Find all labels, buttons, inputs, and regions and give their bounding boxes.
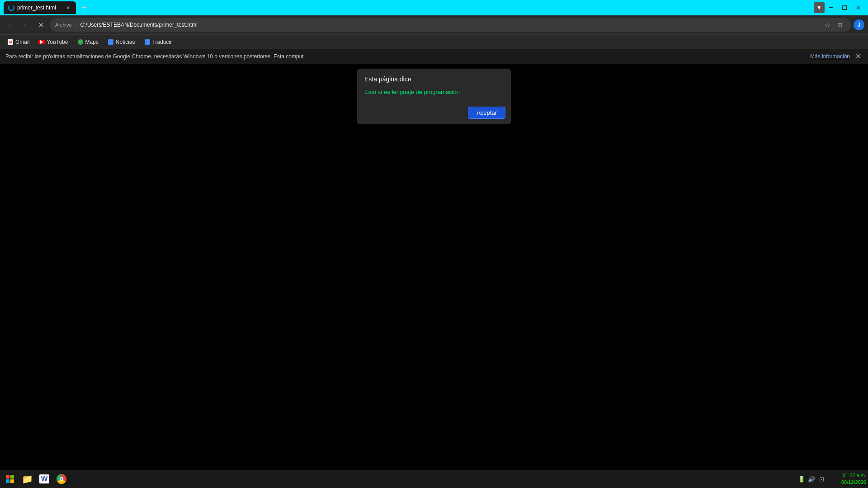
windows-logo-icon	[6, 475, 14, 483]
clock-time: 01:27 a.m.	[830, 472, 866, 479]
info-bar-link[interactable]: Más información	[810, 53, 850, 60]
reload-button[interactable]: ✕	[34, 19, 47, 31]
folder-icon: 📁	[22, 474, 33, 484]
taskbar: 📁 W 🔋 🔊 ⊡ 01:27 a.m. 06/12/2020	[0, 470, 868, 488]
taskbar-sys-area: 🔋 🔊 ⊡	[794, 475, 829, 483]
gmail-icon: M	[7, 39, 14, 45]
info-bar: Para recibir las próximas actualizacione…	[0, 49, 868, 64]
address-separator: |	[75, 22, 77, 28]
bookmarks-bar: M Gmail YouTube Maps Noticias T Traducir	[0, 34, 868, 49]
youtube-icon	[38, 39, 45, 45]
new-tab-button[interactable]: +	[78, 1, 90, 14]
start-button[interactable]	[2, 471, 18, 487]
address-bar[interactable]: Archivo | C:/Users/ESTEBAN/Documents/pri…	[50, 18, 851, 32]
bookmark-noticias-label: Noticias	[116, 39, 135, 45]
dialog-body: Esto sí es lenguaje de programación	[357, 86, 511, 103]
back-button[interactable]: ‹	[4, 19, 16, 31]
taskbar-file-explorer[interactable]: 📁	[19, 471, 35, 487]
dialog-accept-button[interactable]: Aceptar	[468, 107, 505, 119]
tab-close-button[interactable]: ✕	[64, 4, 71, 11]
minimize-button[interactable]	[825, 3, 837, 13]
chrome-icon	[57, 474, 66, 484]
network-icon: ⊡	[817, 475, 826, 483]
word-icon: W	[39, 474, 49, 483]
taskbar-word[interactable]: W	[36, 471, 52, 487]
bookmark-youtube[interactable]: YouTube	[35, 38, 71, 46]
traducir-icon: T	[144, 39, 151, 45]
address-label: Archivo	[55, 22, 72, 28]
bookmark-star-button[interactable]: ☆	[822, 19, 833, 30]
active-tab[interactable]: primer_test.html ✕	[4, 1, 76, 14]
info-bar-close-button[interactable]: ✕	[854, 52, 863, 61]
main-content: Esta página dice Esto sí es lenguaje de …	[0, 64, 868, 470]
maximize-button[interactable]	[838, 3, 851, 13]
dialog-header: Esta página dice	[357, 69, 511, 86]
forward-button[interactable]: ›	[19, 19, 32, 31]
address-bar-icons: ☆ ⊞	[822, 19, 845, 30]
maximize-icon	[842, 5, 847, 10]
dialog-message: Esto sí es lenguaje de programación	[364, 89, 460, 95]
dialog-overlay: Esta página dice Esto sí es lenguaje de …	[0, 64, 868, 470]
bookmark-noticias[interactable]: Noticias	[104, 38, 139, 46]
title-bar: primer_test.html ✕ + ▼ ✕	[0, 0, 868, 15]
dialog-footer: Aceptar	[357, 103, 511, 124]
maps-icon	[77, 39, 84, 45]
taskbar-chrome[interactable]	[53, 471, 70, 487]
address-url: C:/Users/ESTEBAN/Documents/primer_test.h…	[80, 22, 818, 28]
minimize-icon	[829, 7, 833, 8]
extensions-button[interactable]: ⊞	[835, 19, 845, 30]
taskbar-clock: 01:27 a.m. 06/12/2020	[830, 472, 866, 486]
bookmark-gmail[interactable]: M Gmail	[4, 38, 33, 46]
bookmark-traducir-label: Traducir	[152, 39, 172, 45]
tab-title: primer_test.html	[17, 5, 61, 11]
clock-date: 06/12/2020	[830, 479, 866, 486]
noticias-icon	[108, 39, 114, 45]
close-window-button[interactable]: ✕	[852, 3, 864, 13]
window-controls: ✕	[825, 3, 864, 13]
battery-icon: 🔋	[797, 475, 806, 483]
bookmark-youtube-label: YouTube	[47, 39, 68, 45]
scroll-down-button[interactable]: ▼	[814, 2, 825, 13]
alert-dialog: Esta página dice Esto sí es lenguaje de …	[357, 69, 511, 124]
bookmark-gmail-label: Gmail	[15, 39, 29, 45]
bookmark-maps[interactable]: Maps	[74, 38, 102, 46]
loading-spinner	[8, 5, 14, 11]
info-bar-message: Para recibir las próximas actualizacione…	[5, 53, 807, 60]
volume-icon: 🔊	[807, 475, 816, 483]
bookmark-traducir[interactable]: T Traducir	[141, 38, 176, 46]
tab-strip: primer_test.html ✕ +	[4, 0, 811, 15]
dialog-title: Esta página dice	[364, 75, 411, 83]
bookmark-maps-label: Maps	[85, 39, 99, 45]
profile-badge[interactable]: J	[854, 19, 864, 30]
nav-bar: ‹ › ✕ Archivo | C:/Users/ESTEBAN/Documen…	[0, 15, 868, 34]
